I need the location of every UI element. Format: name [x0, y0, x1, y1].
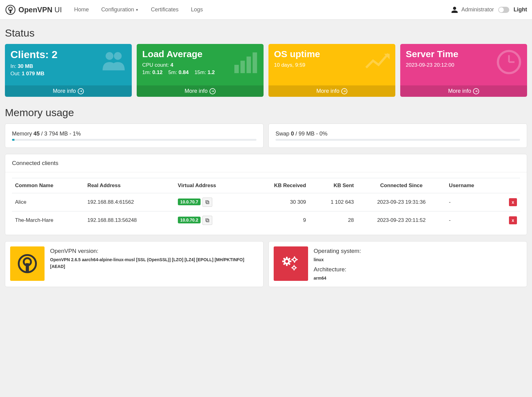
memory-swap-card: Swap 0 / 99 MB - 0%: [268, 124, 527, 148]
cell-recv: 9: [247, 211, 309, 230]
vpn-info-text: OpenVPN 2.6.5 aarch64-alpine-linux-musl …: [50, 256, 258, 270]
cell-name: Alice: [12, 193, 84, 211]
th-name: Common Name: [12, 178, 84, 193]
status-cards: Clients: 2 In: 30 MB Out: 1 079 MB More …: [5, 44, 527, 97]
nav-logs[interactable]: Logs: [186, 3, 208, 16]
users-icon: [100, 48, 127, 76]
openvpn-icon: [10, 246, 45, 281]
th-recv: KB Received: [247, 178, 309, 193]
th-virtual: Virtual Address: [175, 178, 247, 193]
vpn-info-title: OpenVPN version:: [50, 248, 258, 254]
disconnect-button[interactable]: x: [509, 198, 517, 206]
cell-user: -: [446, 193, 497, 211]
th-real: Real Address: [84, 178, 175, 193]
cell-recv: 30 309: [247, 193, 309, 211]
cell-action: x: [497, 193, 520, 211]
svg-rect-19: [26, 263, 29, 272]
copy-ip-button[interactable]: [202, 198, 212, 207]
bars-icon: [232, 48, 259, 76]
cell-user: -: [446, 211, 497, 230]
openvpn-logo-icon: [5, 4, 16, 15]
th-user: Username: [446, 178, 497, 193]
status-heading: Status: [5, 27, 527, 39]
cell-since: 2023-09-23 20:11:52: [357, 211, 446, 230]
svg-rect-13: [207, 201, 209, 204]
os-value: linux: [314, 256, 522, 263]
svg-rect-2: [10, 10, 11, 13]
svg-rect-6: [241, 61, 245, 73]
svg-line-27: [284, 263, 285, 265]
clients-more-info[interactable]: More info: [5, 85, 132, 97]
svg-rect-16: [206, 219, 208, 221]
time-card: Server Time 2023-09-23 20:12:00 More inf…: [400, 44, 527, 97]
nav-certificates[interactable]: Certificates: [146, 3, 183, 16]
trend-up-icon: [363, 48, 391, 76]
cell-sent: 28: [309, 211, 357, 230]
svg-rect-8: [252, 53, 257, 73]
copy-icon: [205, 200, 210, 205]
svg-rect-15: [207, 219, 209, 222]
virtual-ip-badge: 10.0.70.2: [178, 217, 201, 223]
disconnect-button[interactable]: x: [509, 216, 517, 224]
arch-value: arm64: [314, 275, 522, 281]
time-more-info[interactable]: More info: [400, 85, 527, 97]
navbar: OpenVPN UI Home Configuration ▼ Certific…: [0, 0, 532, 20]
cell-virtual: 10.0.70.2: [175, 211, 247, 230]
memory-ram-card: Memory 45 / 3 794 MB - 1%: [5, 124, 264, 148]
user-icon: [451, 6, 458, 14]
load-more-info[interactable]: More info: [137, 85, 264, 97]
theme-label: Light: [514, 6, 527, 13]
cell-virtual: 10.0.70.7: [175, 193, 247, 211]
cell-since: 2023-09-23 19:31:36: [357, 193, 446, 211]
navbar-right: Administrator Light: [451, 6, 527, 14]
nav-configuration[interactable]: Configuration ▼: [96, 3, 143, 16]
brand[interactable]: OpenVPN UI: [5, 4, 62, 15]
vpn-info-card: OpenVPN version: OpenVPN 2.6.5 aarch64-a…: [5, 241, 264, 287]
arrow-right-icon: [209, 88, 216, 94]
svg-line-25: [284, 258, 285, 259]
cell-name: The-March-Hare: [12, 211, 84, 230]
memory-heading: Memory usage: [5, 107, 527, 119]
svg-point-34: [293, 266, 295, 269]
memory-ram-label: Memory 45 / 3 794 MB - 1%: [12, 131, 256, 137]
memory-swap-label: Swap 0 / 99 MB - 0%: [276, 131, 520, 137]
svg-point-20: [284, 259, 289, 264]
arrow-right-icon: [341, 88, 347, 94]
chevron-down-icon: ▼: [135, 8, 139, 12]
memory-row: Memory 45 / 3 794 MB - 1% Swap 0 / 99 MB…: [5, 124, 527, 148]
memory-ram-progress: [12, 139, 256, 141]
copy-ip-button[interactable]: [202, 216, 212, 225]
gears-icon: [274, 246, 308, 281]
svg-point-3: [106, 52, 113, 60]
cell-real: 192.168.88.13:56248: [84, 211, 175, 230]
th-since: Connected Since: [357, 178, 446, 193]
svg-rect-7: [247, 57, 251, 73]
th-sent: KB Sent: [309, 178, 357, 193]
uptime-card: OS uptime 10 days, 9:59 More info: [268, 44, 395, 97]
svg-rect-5: [234, 65, 239, 73]
user-name: Administrator: [461, 6, 494, 13]
clients-table: Common Name Real Address Virtual Address…: [12, 178, 520, 229]
svg-line-26: [289, 263, 290, 265]
table-row: The-March-Hare192.168.88.13:5624810.0.70…: [12, 211, 520, 230]
memory-swap-progress: [276, 139, 520, 141]
svg-rect-14: [206, 201, 208, 203]
nav-home[interactable]: Home: [69, 3, 94, 16]
uptime-more-info[interactable]: More info: [268, 85, 395, 97]
memory-ram-bar: [12, 139, 14, 141]
copy-icon: [205, 218, 210, 223]
cell-real: 192.168.88.4:61562: [84, 193, 175, 211]
os-title: Operating system:: [314, 248, 522, 254]
clock-icon: [495, 48, 523, 76]
load-card: Load Average CPU count: 4 1m: 0.12 5m: 0…: [137, 44, 264, 97]
svg-line-28: [289, 258, 290, 259]
arrow-right-icon: [473, 88, 479, 94]
theme-toggle[interactable]: [498, 7, 509, 13]
nav-links: Home Configuration ▼ Certificates Logs: [69, 3, 451, 16]
clients-panel: Connected clients Common Name Real Addre…: [5, 154, 527, 235]
brand-text: OpenVPN UI: [18, 6, 62, 14]
user-menu[interactable]: Administrator: [451, 6, 494, 14]
arrow-right-icon: [78, 88, 84, 94]
cell-action: x: [497, 211, 520, 230]
clients-card: Clients: 2 In: 30 MB Out: 1 079 MB More …: [5, 44, 132, 97]
